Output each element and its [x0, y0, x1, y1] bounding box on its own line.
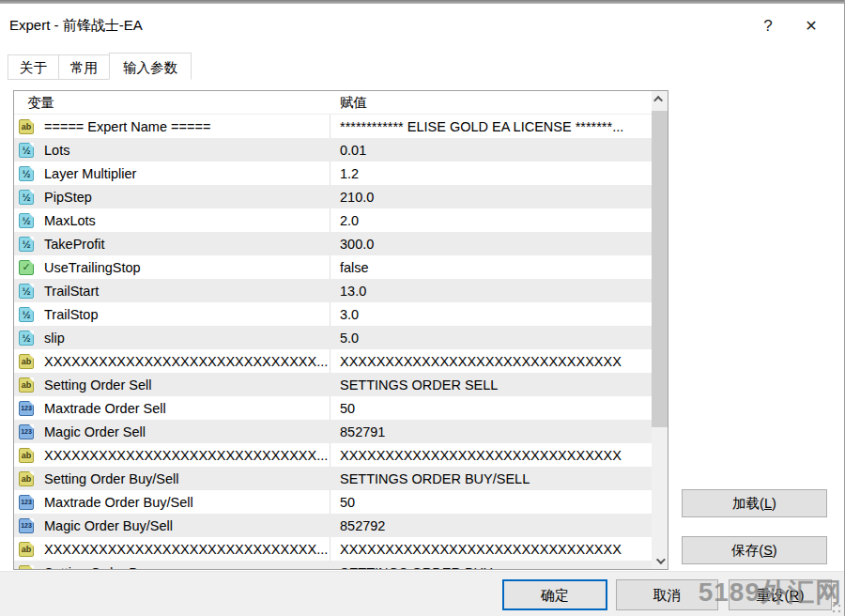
parameter-name-cell[interactable]: abXXXXXXXXXXXXXXXXXXXXXXXXXXXXXX...: [14, 542, 330, 557]
footer-bar: 确定 取消 重设(R): [0, 571, 844, 616]
parameter-name-cell[interactable]: 123Maxtrade Order Sell: [14, 401, 330, 416]
parameter-value[interactable]: SETTINGS ORDER BUY/SELL: [330, 471, 652, 486]
parameter-name-cell[interactable]: abXXXXXXXXXXXXXXXXXXXXXXXXXXXXXX...: [14, 448, 330, 463]
save-label-end: ): [773, 543, 777, 558]
int-type-icon: 123: [19, 401, 34, 416]
reset-mnemonic: R: [790, 587, 800, 603]
parameter-row[interactable]: 123Magic Order Sell852791: [14, 420, 652, 443]
parameter-name-cell[interactable]: abXXXXXXXXXXXXXXXXXXXXXXXXXXXXXX...: [14, 354, 330, 369]
parameter-row[interactable]: abSetting Order Buy/SellSETTINGS ORDER B…: [14, 467, 652, 490]
load-label-end: ): [772, 496, 776, 511]
column-header-value: 赋值: [330, 91, 367, 114]
parameter-value[interactable]: 13.0: [330, 284, 652, 299]
parameter-name: MaxLots: [44, 213, 96, 228]
cancel-button[interactable]: 取消: [616, 579, 718, 610]
parameter-row[interactable]: ½Layer Multiplier1.2: [14, 162, 652, 185]
parameter-row[interactable]: ½TrailStop3.0: [14, 302, 652, 326]
vertical-scrollbar[interactable]: [652, 91, 668, 569]
parameter-name-cell[interactable]: ✓UseTrailingStop: [14, 260, 330, 275]
double-type-icon: ½: [19, 307, 34, 322]
parameter-row[interactable]: ½TakeProfit300.0: [14, 232, 652, 255]
ok-button[interactable]: 确定: [502, 579, 607, 610]
parameter-name: Setting Order Buy: [44, 565, 152, 570]
scrollbar-thumb[interactable]: [652, 111, 668, 427]
parameter-row[interactable]: ½MaxLots2.0: [14, 208, 652, 232]
parameter-value[interactable]: 50: [330, 401, 652, 416]
parameter-name-cell[interactable]: abSetting Order Sell: [14, 377, 330, 393]
parameter-name: Setting Order Sell: [44, 377, 151, 393]
parameter-name-cell[interactable]: 123Maxtrade Order Buy/Sell: [14, 495, 330, 510]
parameter-name-cell[interactable]: ½TakeProfit: [14, 237, 330, 252]
parameter-row[interactable]: ½Lots0.01: [14, 138, 652, 162]
parameter-name-cell[interactable]: ½TrailStop: [14, 307, 330, 322]
parameter-value[interactable]: 1.2: [330, 166, 652, 181]
parameter-value[interactable]: 210.0: [330, 190, 652, 205]
parameter-name: XXXXXXXXXXXXXXXXXXXXXXXXXXXXXX...: [44, 354, 328, 369]
scroll-down-icon[interactable]: [652, 553, 668, 569]
parameter-value[interactable]: 3.0: [330, 307, 652, 322]
parameter-value[interactable]: 2.0: [330, 213, 652, 228]
parameter-row[interactable]: 123Maxtrade Order Buy/Sell50: [14, 490, 652, 514]
parameter-value[interactable]: 852791: [330, 424, 652, 439]
save-mnemonic: S: [763, 543, 773, 558]
parameter-row[interactable]: abXXXXXXXXXXXXXXXXXXXXXXXXXXXXXX...XXXXX…: [14, 443, 652, 467]
parameter-row[interactable]: 123Magic Order Buy/Sell852792: [14, 514, 652, 537]
parameter-name-cell[interactable]: ½Lots: [14, 143, 330, 158]
close-icon[interactable]: ✕: [795, 13, 827, 39]
parameter-value[interactable]: 50: [330, 495, 652, 510]
help-icon[interactable]: ?: [752, 13, 784, 39]
parameter-row[interactable]: ½TrailStart13.0: [14, 279, 652, 302]
parameter-row[interactable]: ½PipStep210.0: [14, 185, 652, 208]
parameter-value[interactable]: SETTINGS ORDER SELL: [330, 377, 652, 393]
tab-inputs[interactable]: 输入参数: [109, 53, 192, 80]
ab-type-icon: ab: [19, 119, 34, 134]
parameter-value[interactable]: 5.0: [330, 331, 652, 346]
parameter-name: Setting Order Buy/Sell: [44, 471, 178, 486]
parameter-value[interactable]: XXXXXXXXXXXXXXXXXXXXXXXXXXXXXXX: [330, 448, 652, 463]
parameter-name-cell[interactable]: ½MaxLots: [14, 213, 330, 228]
parameter-row[interactable]: ab===== Expert Name =====************ EL…: [14, 115, 652, 138]
title-bar[interactable]: Expert - 前锋战士-EA ? ✕: [0, 4, 844, 49]
parameter-row[interactable]: abXXXXXXXXXXXXXXXXXXXXXXXXXXXXXX...XXXXX…: [14, 349, 652, 373]
reset-button[interactable]: 重设(R): [729, 579, 832, 610]
parameter-row[interactable]: ½slip5.0: [14, 326, 652, 349]
ab-type-icon: ab: [19, 542, 34, 557]
parameter-value[interactable]: XXXXXXXXXXXXXXXXXXXXXXXXXXXXXXX: [330, 354, 652, 369]
parameter-name-cell[interactable]: ½slip: [14, 331, 330, 346]
parameter-row[interactable]: abSetting Order BuySETTINGS ORDER BUY: [14, 561, 652, 569]
parameter-name-cell[interactable]: ab===== Expert Name =====: [14, 119, 330, 134]
resize-grip[interactable]: [832, 604, 841, 613]
parameter-row[interactable]: abSetting Order SellSETTINGS ORDER SELL: [14, 373, 652, 396]
parameter-name-cell[interactable]: abSetting Order Buy/Sell: [14, 471, 330, 486]
parameter-name-cell[interactable]: ½TrailStart: [14, 284, 330, 299]
parameter-name: Layer Multiplier: [44, 166, 136, 181]
parameter-name-cell[interactable]: 123Magic Order Sell: [14, 424, 330, 439]
parameter-name-cell[interactable]: ½Layer Multiplier: [14, 166, 330, 181]
save-button[interactable]: 保存(S): [682, 536, 827, 564]
double-type-icon: ½: [19, 331, 34, 346]
parameter-value[interactable]: ************ ELISE GOLD EA LICENSE *****…: [330, 119, 652, 134]
parameter-value[interactable]: 300.0: [330, 237, 652, 252]
parameter-name: Maxtrade Order Sell: [44, 401, 166, 416]
parameter-value[interactable]: 852792: [330, 518, 652, 533]
parameter-name-cell[interactable]: 123Magic Order Buy/Sell: [14, 518, 330, 533]
parameter-name-cell[interactable]: ½PipStep: [14, 190, 330, 205]
tab-common[interactable]: 常用: [58, 54, 110, 80]
parameter-row[interactable]: 123Maxtrade Order Sell50: [14, 396, 652, 420]
parameter-row[interactable]: abXXXXXXXXXXXXXXXXXXXXXXXXXXXXXX...XXXXX…: [14, 537, 652, 561]
parameter-value[interactable]: false: [330, 260, 652, 275]
parameter-value[interactable]: 0.01: [330, 143, 652, 158]
parameter-value[interactable]: XXXXXXXXXXXXXXXXXXXXXXXXXXXXXXX: [330, 542, 652, 557]
parameter-name: UseTrailingStop: [44, 260, 141, 275]
parameter-name: TrailStop: [44, 307, 98, 322]
parameters-table: 变量 赋值 ab===== Expert Name =====*********…: [13, 90, 668, 570]
load-button[interactable]: 加载(L): [682, 489, 827, 517]
parameter-row[interactable]: ✓UseTrailingStopfalse: [14, 255, 652, 279]
parameter-name: TrailStart: [44, 284, 99, 299]
column-header-variable: 变量: [14, 91, 330, 114]
parameter-name-cell[interactable]: abSetting Order Buy: [14, 565, 330, 570]
tab-about[interactable]: 关于: [8, 54, 59, 80]
parameter-value[interactable]: SETTINGS ORDER BUY: [330, 565, 652, 570]
scroll-up-icon[interactable]: [652, 91, 668, 107]
double-type-icon: ½: [19, 237, 34, 252]
